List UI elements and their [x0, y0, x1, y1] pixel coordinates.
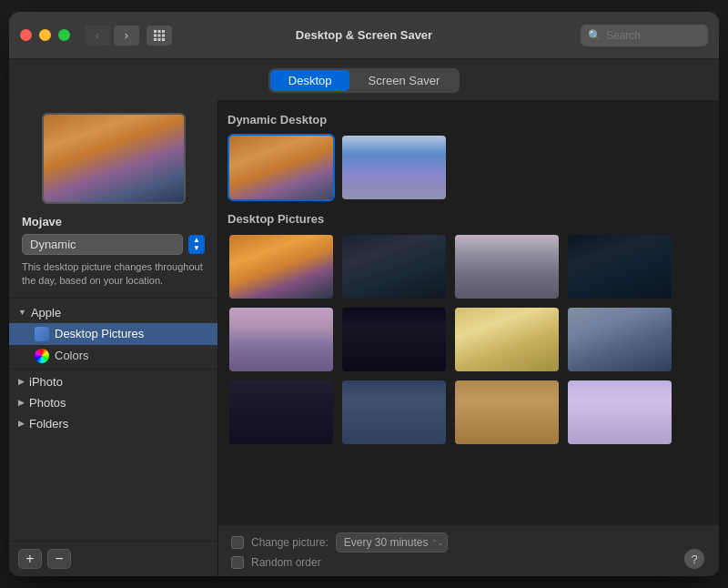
svg-rect-1 [158, 30, 161, 33]
search-icon: 🔍 [588, 29, 602, 42]
dropdown-description: This desktop picture changes throughout … [22, 260, 205, 289]
interval-select[interactable]: Every 5 seconds Every 1 minute Every 5 m… [336, 532, 448, 553]
thumbnail-dp5[interactable] [228, 306, 335, 373]
thumbnail-dp2[interactable] [340, 233, 448, 300]
bottom-bar: Change picture: Every 5 seconds Every 1 … [218, 524, 719, 576]
thumbnail-dp4-image [568, 235, 672, 299]
thumbnail-dp1[interactable] [228, 233, 335, 300]
main-window: ‹ › Desktop & Screen Saver 🔍 Deskto [9, 12, 719, 576]
thumbnail-dyn2-image [342, 136, 446, 199]
nav-buttons: ‹ › [85, 25, 139, 46]
thumbnail-dp6[interactable] [340, 306, 448, 373]
preview-image [44, 115, 184, 202]
svg-rect-8 [162, 38, 165, 41]
thumbnail-dp11-image [455, 380, 559, 444]
sidebar-item-desktop-pictures[interactable]: Desktop Pictures [9, 323, 217, 345]
thumbnail-dp5-image [229, 308, 333, 371]
triangle-right-icon: ▶ [18, 377, 25, 386]
style-select[interactable]: Dynamic Light Dark [22, 234, 183, 255]
source-list: ▼ Apple Desktop Pictures Colors ▶ iPhoto [9, 298, 217, 541]
svg-rect-5 [162, 34, 165, 36]
dynamic-desktop-grid [228, 134, 710, 201]
tab-group: Desktop Screen Saver [268, 68, 460, 93]
iphoto-label: iPhoto [29, 375, 63, 389]
sidebar-item-colors[interactable]: Colors [9, 345, 217, 367]
thumbnail-dp7[interactable] [453, 306, 561, 373]
thumbnail-dp10[interactable] [340, 379, 448, 446]
mojave-label: Mojave [22, 215, 205, 228]
remove-source-button[interactable]: − [47, 549, 71, 569]
thumbnail-dp12-image [568, 380, 672, 444]
random-order-checkbox[interactable] [231, 556, 244, 569]
thumbnail-dp6-image [342, 308, 446, 371]
sidebar-bottom: + − [9, 541, 217, 576]
traffic-lights [20, 29, 70, 41]
svg-rect-0 [154, 30, 157, 33]
thumbnail-dp7-image [455, 308, 559, 371]
random-order-label: Random order [251, 556, 321, 569]
titlebar: ‹ › Desktop & Screen Saver 🔍 [9, 12, 719, 59]
thumbnail-dp8-image [568, 308, 672, 371]
desktop-preview [42, 113, 186, 204]
thumbnail-dyn2[interactable] [340, 134, 448, 201]
random-order-row: Random order [231, 556, 706, 569]
dropdown-row: Dynamic Light Dark ▲ ▼ [22, 234, 205, 255]
change-picture-row: Change picture: Every 5 seconds Every 1 … [231, 532, 706, 553]
grid-button[interactable] [147, 25, 172, 46]
thumbnail-dp10-image [342, 380, 446, 444]
main-content: Mojave Dynamic Light Dark ▲ ▼ This deskt… [9, 100, 719, 576]
thumbnail-dp11[interactable] [453, 379, 561, 446]
sidebar-item-folders[interactable]: ▶ Folders [9, 413, 217, 434]
thumbnail-dyn1[interactable] [228, 134, 335, 201]
forward-button[interactable]: › [114, 25, 139, 46]
folder-icon [35, 327, 49, 341]
divider [9, 369, 217, 370]
svg-rect-7 [158, 38, 161, 41]
svg-rect-3 [154, 34, 157, 36]
grid-icon [154, 30, 165, 41]
back-button[interactable]: ‹ [85, 25, 110, 46]
folders-label: Folders [29, 417, 68, 431]
colors-label: Colors [55, 349, 89, 362]
thumbnail-dp2-image [342, 235, 446, 299]
sidebar-item-apple[interactable]: ▼ Apple [9, 302, 217, 323]
thumbnail-dp9[interactable] [228, 379, 335, 446]
thumbnail-dp3-image [455, 235, 559, 299]
thumbnail-dp4[interactable] [566, 233, 673, 300]
desktop-pictures-label: Desktop Pictures [55, 327, 144, 340]
tab-desktop[interactable]: Desktop [270, 70, 350, 91]
tab-screensaver[interactable]: Screen Saver [349, 70, 458, 91]
thumbnail-dyn1-image [229, 136, 333, 199]
help-button[interactable]: ? [684, 549, 704, 569]
apple-section-label: Apple [31, 306, 61, 319]
dropdown-arrows-icon[interactable]: ▲ ▼ [188, 235, 205, 255]
add-source-button[interactable]: + [18, 549, 42, 569]
sidebar-item-photos[interactable]: ▶ Photos [9, 392, 217, 413]
window-title: Desktop & Screen Saver [296, 28, 432, 42]
minimize-button[interactable] [39, 29, 51, 41]
desktop-pictures-title: Desktop Pictures [228, 212, 710, 226]
desktop-pictures-grid [228, 233, 710, 446]
search-input[interactable] [606, 29, 701, 42]
search-bar[interactable]: 🔍 [581, 25, 708, 46]
svg-rect-4 [158, 34, 161, 36]
colors-icon [35, 349, 49, 363]
preview-area [9, 100, 217, 215]
triangle-right-icon-3: ▶ [18, 419, 25, 428]
interval-select-wrapper: Every 5 seconds Every 1 minute Every 5 m… [336, 532, 448, 553]
thumbnail-dp8[interactable] [566, 306, 673, 373]
sidebar-item-iphoto[interactable]: ▶ iPhoto [9, 371, 217, 392]
dynamic-desktop-title: Dynamic Desktop [228, 113, 710, 127]
svg-rect-6 [154, 38, 157, 41]
sidebar: Mojave Dynamic Light Dark ▲ ▼ This deskt… [9, 100, 218, 576]
tabs-container: Desktop Screen Saver [9, 59, 719, 100]
change-picture-label: Change picture: [251, 536, 329, 549]
triangle-icon: ▼ [18, 308, 26, 317]
maximize-button[interactable] [58, 29, 70, 41]
thumbnail-dp3[interactable] [453, 233, 561, 300]
thumbnail-dp12[interactable] [566, 379, 673, 446]
photos-label: Photos [29, 396, 66, 410]
close-button[interactable] [20, 29, 32, 41]
thumbnail-dp1-image [229, 235, 333, 299]
change-picture-checkbox[interactable] [231, 536, 244, 549]
